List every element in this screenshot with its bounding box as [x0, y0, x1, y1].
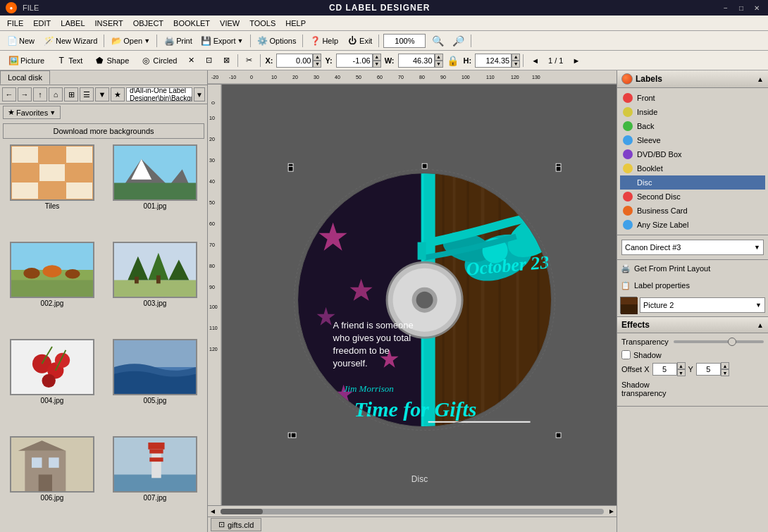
labels-header[interactable]: Labels ▲ — [617, 70, 768, 88]
picture-tool[interactable]: 🖼️ Picture — [3, 53, 49, 68]
label-disc[interactable]: Disc — [620, 175, 765, 190]
thumbnail-004[interactable]: 004.jpg — [3, 339, 101, 432]
x-input[interactable]: 0.00 — [276, 54, 313, 68]
label-business-card[interactable]: Business Card — [620, 204, 765, 218]
offset-x-down[interactable]: ▼ — [677, 369, 686, 376]
handle-mr[interactable] — [556, 166, 562, 171]
label-properties-action[interactable]: 📋 Label properties — [617, 277, 768, 294]
next-page-button[interactable]: ► — [567, 54, 585, 67]
flip-tool[interactable]: ⊠ — [218, 54, 235, 67]
nav-back-button[interactable]: ← — [2, 87, 16, 101]
new-wizard-button[interactable]: 🪄 New Wizard — [39, 33, 101, 49]
y-down-arrow[interactable]: ▼ — [373, 61, 381, 68]
offset-x-up[interactable]: ▲ — [677, 362, 686, 369]
offset-x-input[interactable]: 5 — [652, 363, 677, 376]
nav-home-button[interactable]: ⌂ — [49, 87, 63, 101]
open-button[interactable]: 📂 Open ▼ — [107, 33, 154, 49]
nav-up-button[interactable]: ↑ — [33, 87, 47, 101]
download-backgrounds-button[interactable]: Download more backgrounds — [3, 123, 204, 139]
label-any-size[interactable]: Any Size Label — [620, 218, 765, 232]
scroll-right-button[interactable]: ► — [607, 507, 617, 515]
local-disk-tab[interactable]: Local disk — [0, 70, 50, 85]
document-tab[interactable]: ⊡ gifts.cld — [211, 518, 261, 531]
printer-dropdown[interactable]: Canon Direct #3 ▼ — [621, 240, 764, 255]
scrollbar-track[interactable] — [221, 509, 604, 514]
label-sleeve[interactable]: Sleeve — [620, 133, 765, 147]
move-tool[interactable]: ⊡ — [201, 54, 217, 67]
handle-bm[interactable] — [291, 432, 297, 438]
close-button[interactable]: ✕ — [751, 2, 762, 13]
menu-help[interactable]: HELP — [281, 18, 310, 29]
shape-tool[interactable]: ⬟ Shape — [89, 53, 134, 68]
offset-y-down[interactable]: ▼ — [721, 369, 729, 376]
y-input[interactable]: -1.06 — [336, 54, 373, 68]
menu-tools[interactable]: TOOLS — [245, 18, 280, 29]
new-button[interactable]: 📄 New — [3, 33, 38, 49]
canvas-main[interactable]: October 23 A friend is someone who gives… — [222, 85, 617, 505]
get-from-print-action[interactable]: 🖨️ Get From Print Layout — [617, 260, 768, 277]
menu-edit[interactable]: EDIT — [29, 18, 55, 29]
h-input[interactable]: 124.35 — [475, 54, 512, 68]
labels-collapse[interactable]: ▲ — [757, 75, 764, 83]
thumbnail-001[interactable]: 001.jpg — [106, 144, 204, 237]
path-dropdown[interactable]: ▼ — [194, 87, 205, 101]
text-tool[interactable]: T Text — [51, 53, 87, 68]
w-input[interactable]: 46.30 — [398, 54, 435, 68]
exit-button[interactable]: ⏻ Exit — [343, 33, 376, 49]
nav-view2-button[interactable]: ☰ — [80, 87, 94, 101]
scroll-left-button[interactable]: ◄ — [208, 507, 218, 515]
thumbnail-003[interactable]: 003.jpg — [106, 242, 204, 335]
effects-collapse[interactable]: ▲ — [757, 321, 764, 329]
zoom-out-button[interactable]: 🔍 — [428, 35, 447, 47]
w-down-arrow[interactable]: ▼ — [435, 61, 443, 68]
prev-page-button[interactable]: ◄ — [526, 54, 544, 67]
minimize-button[interactable]: − — [720, 2, 731, 13]
zoom-in-button[interactable]: 🔎 — [449, 35, 468, 47]
offset-y-input[interactable]: 5 — [696, 363, 721, 376]
nav-fav-icon[interactable]: ★ — [111, 87, 125, 101]
export-button[interactable]: 💾 Export ▼ — [197, 33, 247, 49]
thumbnail-002[interactable]: 002.jpg — [3, 242, 101, 335]
nav-more-button[interactable]: ▼ — [95, 87, 109, 101]
menu-view[interactable]: VIEW — [216, 18, 244, 29]
transparency-slider-thumb[interactable] — [728, 338, 736, 346]
label-front[interactable]: Front — [620, 91, 765, 105]
thumbnail-005[interactable]: 005.jpg — [106, 339, 204, 432]
menu-booklet[interactable]: BOOKLET — [169, 18, 214, 29]
menu-object[interactable]: OBJECT — [129, 18, 168, 29]
label-dvd-box[interactable]: DVD/BD Box — [620, 147, 765, 161]
help-button[interactable]: ❓ Help — [306, 33, 342, 49]
maximize-button[interactable]: □ — [736, 2, 747, 13]
x-up-arrow[interactable]: ▲ — [313, 54, 321, 61]
y-up-arrow[interactable]: ▲ — [373, 54, 381, 61]
menu-file[interactable]: FILE — [3, 18, 27, 29]
offset-y-up[interactable]: ▲ — [721, 362, 729, 369]
x-down-arrow[interactable]: ▼ — [313, 61, 321, 68]
path-display[interactable]: d\All-in-One Label Designer\bin\Backgrou… — [126, 87, 192, 101]
scrollbar-thumb[interactable] — [221, 509, 263, 514]
print-button[interactable]: 🖨️ Print — [160, 33, 196, 49]
nav-view-button[interactable]: ⊞ — [64, 87, 78, 101]
label-booklet[interactable]: Booklet — [620, 161, 765, 175]
transparency-slider-track[interactable] — [674, 340, 764, 343]
options-button[interactable]: ⚙️ Options — [254, 33, 300, 49]
thumbnail-007[interactable]: 007.jpg — [106, 436, 204, 529]
handle-br[interactable] — [556, 432, 562, 438]
circled-tool[interactable]: ◎ Circled — [135, 53, 182, 68]
nav-forward-button[interactable]: → — [18, 87, 32, 101]
cut-tool[interactable]: ✂ — [241, 54, 257, 67]
handle-ml[interactable] — [288, 166, 294, 171]
menu-label[interactable]: LABEL — [56, 18, 89, 29]
favorites-button[interactable]: ★ Favorites ▼ — [3, 106, 61, 119]
w-up-arrow[interactable]: ▲ — [435, 54, 443, 61]
label-second-disc[interactable]: Second Disc — [620, 190, 765, 204]
thumbnail-006[interactable]: 006.jpg — [3, 436, 101, 529]
select-tool[interactable]: ✕ — [183, 54, 199, 67]
menu-insert[interactable]: INSERT — [91, 18, 128, 29]
label-back[interactable]: Back — [620, 119, 765, 133]
effects-header[interactable]: Effects ▲ — [617, 317, 768, 333]
handle-tm[interactable] — [422, 163, 428, 168]
horizontal-scrollbar[interactable]: ◄ ► — [208, 505, 617, 516]
picture-dropdown[interactable]: Picture 2 ▼ — [640, 297, 765, 313]
shadow-checkbox[interactable] — [621, 350, 631, 359]
